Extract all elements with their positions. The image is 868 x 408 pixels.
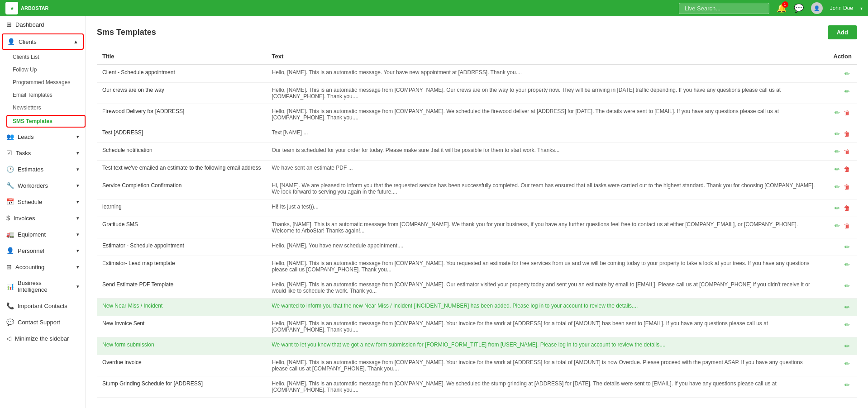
edit-button[interactable]: ✏ [843, 320, 852, 329]
sidebar-subitem-follow-up[interactable]: Follow Up [6, 63, 86, 76]
topbar-right: 🔔 1 💬 👤 John Doe ▾ [679, 2, 863, 14]
workorders-chevron-icon: ▾ [76, 183, 79, 189]
edit-button[interactable]: ✏ [843, 87, 852, 96]
edit-button[interactable]: ✏ [833, 165, 842, 174]
row-title: Gratitude SMS [97, 217, 266, 238]
row-actions: ✏ [821, 376, 857, 398]
schedule-icon: 📅 [6, 198, 14, 205]
row-title: Estimator- Lead map template [97, 256, 266, 277]
col-action: Action [821, 48, 857, 65]
delete-button[interactable]: 🗑 [842, 221, 852, 230]
sidebar-accounting-label: Accounting [15, 264, 44, 270]
chat-icon[interactable]: 💬 [794, 3, 804, 13]
edit-button[interactable]: ✏ [843, 69, 852, 78]
edit-button[interactable]: ✏ [843, 380, 852, 389]
accounting-icon: ⊞ [6, 263, 12, 270]
leads-icon: 👥 [6, 133, 14, 140]
row-text: Hi! Its just a test))... [266, 199, 821, 217]
personnel-icon: 👤 [6, 247, 14, 254]
sidebar-item-leads[interactable]: 👥 Leads ▾ [0, 128, 86, 145]
edit-button[interactable]: ✏ [833, 147, 842, 156]
sidebar-item-estimates[interactable]: 🕐 Estimates ▾ [0, 161, 86, 177]
edit-button[interactable]: ✏ [833, 221, 842, 230]
avatar[interactable]: 👤 [811, 2, 823, 14]
edit-button[interactable]: ✏ [833, 182, 842, 191]
row-actions: ✏ [821, 299, 857, 316]
row-text: Hello, [NAME]. You have new schedule app… [266, 238, 821, 256]
sidebar-item-minimize[interactable]: ◁ Minimize the sidebar [0, 330, 86, 346]
workorders-icon: 🔧 [6, 182, 14, 189]
sidebar-subitem-sms-templates[interactable]: SMS Templates [6, 115, 86, 128]
row-text: Hi, [NAME]. We are pleased to inform you… [266, 178, 821, 199]
table-row: Service Completion ConfirmationHi, [NAME… [97, 178, 857, 199]
edit-button[interactable]: ✏ [843, 342, 852, 351]
table-row: Estimator- Lead map templateHello, [NAME… [97, 256, 857, 277]
business-intelligence-chevron-icon: ▾ [76, 284, 79, 289]
col-title: Title [97, 48, 266, 65]
row-title: Send Estimate PDF Template [97, 277, 266, 299]
invoices-icon: $ [6, 214, 10, 222]
row-text: Text [NAME] ... [266, 125, 821, 143]
invoices-chevron-icon: ▾ [76, 215, 79, 221]
row-title: Stump Grinding Schedule for [ADDRESS] [97, 376, 266, 398]
sidebar-item-schedule[interactable]: 📅 Schedule ▾ [0, 194, 86, 210]
delete-button[interactable]: 🗑 [842, 147, 852, 156]
sidebar-item-workorders[interactable]: 🔧 Workorders ▾ [0, 177, 86, 194]
row-text: Hello, [NAME]. This is an automatic mess… [266, 65, 821, 83]
table-row: Client - Schedule appointmentHello, [NAM… [97, 65, 857, 83]
sidebar-subitem-clients-list[interactable]: Clients List [6, 51, 86, 63]
edit-button[interactable]: ✏ [843, 303, 852, 312]
table-row: learningHi! Its just a test))...✏🗑 [97, 199, 857, 217]
sidebar-item-tasks[interactable]: ☑ Tasks ▾ [0, 145, 86, 161]
row-text: We have sent an estimate PDF ... [266, 161, 821, 178]
main-content: Sms Templates Add Title Text Action Clie… [86, 16, 868, 408]
add-button[interactable]: Add [828, 25, 857, 39]
edit-button[interactable]: ✏ [833, 204, 842, 213]
sidebar-item-personnel[interactable]: 👤 Personnel ▾ [0, 242, 86, 259]
sidebar-item-accounting[interactable]: ⊞ Accounting ▾ [0, 259, 86, 275]
edit-button[interactable]: ✏ [843, 281, 852, 290]
delete-button[interactable]: 🗑 [842, 182, 852, 191]
accounting-chevron-icon: ▾ [76, 264, 79, 270]
sidebar-invoices-label: Invoices [14, 215, 35, 222]
sidebar-item-equipment[interactable]: 🚛 Equipment ▾ [0, 226, 86, 242]
sidebar-workorders-label: Workorders [18, 182, 48, 189]
delete-button[interactable]: 🗑 [842, 165, 852, 174]
user-chevron-icon[interactable]: ▾ [860, 6, 863, 11]
edit-button[interactable]: ✏ [843, 260, 852, 269]
estimates-icon: 🕐 [6, 166, 14, 173]
sidebar-item-dashboard[interactable]: ⊞ Dashboard [0, 16, 86, 33]
delete-button[interactable]: 🗑 [842, 108, 852, 117]
sidebar-item-business-intelligence[interactable]: 📊 Business Intelligence ▾ [0, 275, 86, 298]
edit-button[interactable]: ✏ [833, 129, 842, 138]
delete-button[interactable]: 🗑 [842, 129, 852, 138]
edit-button[interactable]: ✏ [843, 242, 852, 251]
edit-button[interactable]: ✏ [843, 359, 852, 368]
sidebar-item-clients[interactable]: 👤 Clients ▲ [2, 33, 84, 50]
sidebar-item-important-contacts[interactable]: 📞 Important Contacts [0, 298, 86, 314]
sidebar-clients-label: Clients [19, 38, 37, 45]
edit-button[interactable]: ✏ [833, 108, 842, 117]
notification-bell-icon[interactable]: 🔔 1 [777, 3, 787, 13]
row-title: Firewood Delivery for [ADDRESS] [97, 104, 266, 125]
table-row: Gratitude SMSThanks, [NAME]. This is an … [97, 217, 857, 238]
equipment-icon: 🚛 [6, 231, 14, 238]
row-title: Test [ADDRESS] [97, 125, 266, 143]
notification-badge: 1 [782, 1, 788, 8]
sidebar-subitem-email-templates[interactable]: Email Templates [6, 89, 86, 101]
estimates-chevron-icon: ▾ [76, 166, 79, 172]
live-search-input[interactable] [679, 3, 769, 14]
sidebar-item-invoices[interactable]: $ Invoices ▾ [0, 210, 86, 226]
row-title: Schedule notification [97, 143, 266, 161]
row-text: Hello, [NAME]. This is an automatic mess… [266, 316, 821, 337]
delete-button[interactable]: 🗑 [842, 204, 852, 213]
sidebar-subitem-programmed-messages[interactable]: Programmed Messages [6, 76, 86, 89]
table-row: New Near Miss / IncidentWe wanted to inf… [97, 299, 857, 316]
sidebar-schedule-label: Schedule [18, 199, 42, 205]
row-actions: ✏ [821, 337, 857, 355]
row-text: Hello, [NAME]. This is an automatic mess… [266, 355, 821, 376]
sidebar-item-contact-support[interactable]: 💬 Contact Support [0, 314, 86, 330]
topbar: ★ ARBOSTAR 🔔 1 💬 👤 John Doe ▾ [0, 0, 868, 16]
sidebar-estimates-label: Estimates [18, 166, 43, 173]
sidebar-subitem-newsletters[interactable]: Newsletters [6, 101, 86, 114]
